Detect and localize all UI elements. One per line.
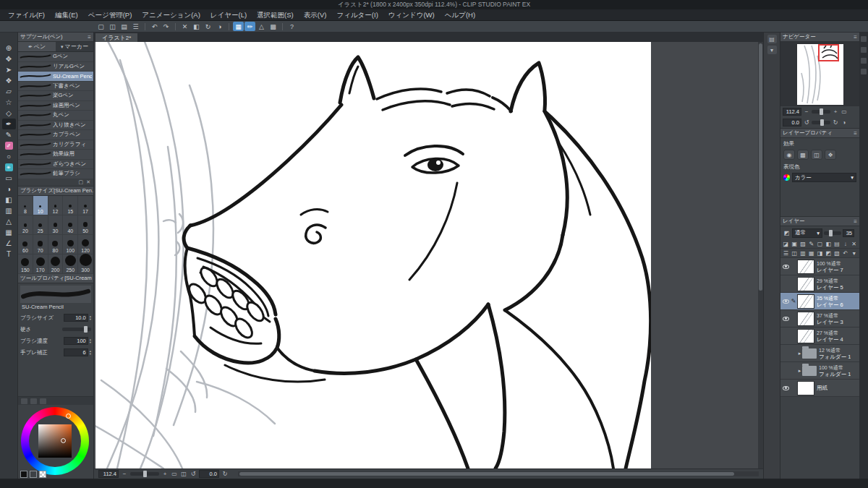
duplicate-layer-icon[interactable]: ◫ [791, 249, 799, 257]
rotate-cw-icon[interactable]: ↻ [221, 471, 229, 477]
print-button[interactable]: ☰ [130, 22, 141, 31]
subtool-item[interactable]: 丸ペン [18, 111, 93, 121]
delete-subtool-icon[interactable]: ✕ [86, 179, 90, 185]
menu-help[interactable]: ヘルプ(H) [440, 9, 480, 21]
subtool-item[interactable]: 楽Gペン [18, 91, 93, 101]
paint-brush-tool[interactable]: ✐ [2, 140, 16, 151]
eyedropper-tool[interactable]: ◇ [2, 108, 16, 119]
saturation-value-square[interactable] [38, 424, 72, 458]
transparent-color-swatch[interactable] [39, 471, 46, 478]
navigator-zoom-value[interactable]: 112.4 [783, 108, 801, 116]
revert-layer-icon[interactable]: ↶ [841, 249, 849, 257]
expand-arrow-icon[interactable]: ▸ [797, 351, 802, 356]
horizontal-scrollbar-thumb[interactable] [239, 472, 734, 476]
zoom-out-icon[interactable]: − [803, 108, 810, 115]
horizontal-scrollbar[interactable] [238, 471, 759, 476]
layer-color-button[interactable]: ◫ [811, 150, 822, 160]
flip-view-button[interactable]: ◑ [214, 22, 225, 31]
brush-size-cell[interactable]: 120 [78, 235, 93, 254]
layer-visibility-toggle[interactable] [781, 265, 790, 269]
redo-button[interactable]: ↷ [161, 22, 171, 31]
statusbar-zoom-slider[interactable] [130, 472, 159, 476]
actual-size-icon[interactable]: ◫ [180, 471, 187, 477]
menu-view[interactable]: 表示(V) [299, 9, 332, 21]
menu-edit[interactable]: 編集(E) [50, 9, 83, 21]
menu-page-manage[interactable]: ページ管理(P) [83, 9, 137, 21]
snap-ruler-button[interactable]: ▦ [233, 22, 244, 31]
layer-visibility-toggle[interactable] [781, 299, 790, 304]
delete-layer-icon[interactable]: ✕ [850, 240, 858, 248]
rotate-ccw-icon[interactable]: ↺ [190, 471, 197, 477]
tone-layer-icon[interactable]: ▧ [833, 249, 841, 257]
ruler-tool[interactable]: ∠ [2, 238, 16, 249]
statusbar-rotation-value[interactable]: 0.0 [199, 470, 219, 478]
navigator-rotation-value[interactable]: 0.0 [783, 119, 801, 127]
brush-size-input[interactable]: 10.0 [64, 314, 88, 322]
decoration-tool[interactable]: ✳ [2, 162, 16, 173]
enable-mask-icon[interactable]: ✎ [807, 240, 815, 248]
subtool-item[interactable]: 鉛筆ブラシ [18, 169, 93, 179]
layer-opacity-value[interactable]: 35 [843, 229, 854, 237]
brush-size-cell[interactable]: 70 [33, 235, 48, 254]
export-button[interactable]: ▤ [119, 22, 129, 31]
navigator-preview[interactable] [780, 42, 859, 106]
tab-pen[interactable]: ✒ペン [18, 42, 56, 51]
lock-transparent-pixels-icon[interactable]: ▨ [799, 240, 807, 248]
panel-tab-icon[interactable] [861, 36, 867, 42]
panel-tab-icon[interactable] [861, 47, 867, 53]
fit-to-screen-icon[interactable]: ▭ [841, 108, 848, 115]
brush-size-cell[interactable]: 250 [63, 254, 78, 274]
save-button[interactable]: ◫ [107, 22, 118, 31]
tone-effect-button[interactable]: ▩ [797, 150, 809, 160]
hue-marker-icon[interactable] [66, 414, 71, 419]
brush-size-cell[interactable]: 30 [48, 215, 64, 235]
brush-size-cell[interactable]: 80 [48, 235, 64, 254]
vertical-scrollbar[interactable] [758, 42, 763, 468]
navigator-zoom-slider[interactable] [812, 110, 830, 114]
folder-row[interactable]: ▸ 12 %通常フォルダー 1 [780, 345, 859, 362]
subtool-item[interactable]: 線画用ペン [18, 101, 93, 111]
panel-menu-icon[interactable]: ≡ [854, 34, 857, 40]
fill-tool[interactable]: ◧ [2, 194, 16, 205]
menu-layer[interactable]: レイヤー(L) [205, 9, 252, 21]
brush-size-cell[interactable]: 200 [48, 254, 64, 274]
layer-row[interactable]: 100 %通常レイヤー 7 [780, 258, 859, 275]
layer-mask-icon[interactable]: ◨ [816, 249, 824, 257]
grid-button[interactable]: ▩ [268, 22, 278, 31]
brush-size-cell[interactable]: 150 [18, 254, 33, 274]
divide-layer-icon[interactable]: ◩ [825, 249, 833, 257]
snap-grid-button[interactable]: △ [256, 22, 267, 31]
paper-row[interactable]: 用紙 [780, 380, 859, 397]
zoom-tool[interactable]: ⊕ [2, 43, 16, 53]
canvas-viewport[interactable] [94, 42, 763, 468]
spinner-arrows-icon[interactable]: ▴▾ [90, 338, 91, 343]
brush-size-cell[interactable]: 60 [18, 235, 33, 254]
subtool-item-selected[interactable]: SU-Cream Pencil [18, 72, 93, 82]
menu-filter[interactable]: フィルター(I) [331, 9, 383, 21]
folder-row[interactable]: ▸ 100 %通常フォルダー 1 [780, 362, 859, 380]
new-vector-layer-icon[interactable]: ◧ [825, 240, 833, 248]
material-panel-icon[interactable]: ▾ [767, 46, 777, 54]
brush-size-cell[interactable]: 8 [18, 196, 33, 215]
add-subtool-icon[interactable]: ▢ [79, 179, 84, 185]
spinner-arrows-icon[interactable]: ▴▾ [90, 350, 91, 355]
expression-color-select[interactable]: カラー ▾ [792, 173, 856, 182]
subtool-item[interactable]: 効果線用 [18, 150, 93, 160]
expand-arrow-icon[interactable]: ▸ [797, 368, 802, 374]
eraser-tool[interactable]: ▭ [2, 173, 16, 184]
delete-button[interactable]: ✕ [179, 22, 190, 31]
layer-move-tool[interactable]: ❖ [2, 75, 16, 86]
layer-visibility-toggle[interactable] [781, 317, 790, 321]
new-page-button[interactable]: ▢ [95, 22, 106, 31]
menu-file[interactable]: ファイル(F) [3, 9, 50, 21]
fit-to-screen-icon[interactable]: ▭ [171, 471, 178, 477]
rotate-ccw-icon[interactable]: ↺ [803, 119, 810, 126]
brush-size-cell[interactable]: 40 [63, 215, 78, 235]
brush-size-cell[interactable]: 15 [63, 196, 78, 215]
subtool-item[interactable]: カリグラフィ [18, 140, 93, 150]
expression-effect-button[interactable]: ❖ [825, 150, 836, 160]
layer-menu-icon[interactable]: ☰ [782, 249, 790, 257]
panel-menu-icon[interactable]: ≡ [854, 218, 857, 225]
rotate-view-button[interactable]: ↻ [203, 22, 213, 31]
help-button[interactable]: ? [286, 22, 297, 31]
